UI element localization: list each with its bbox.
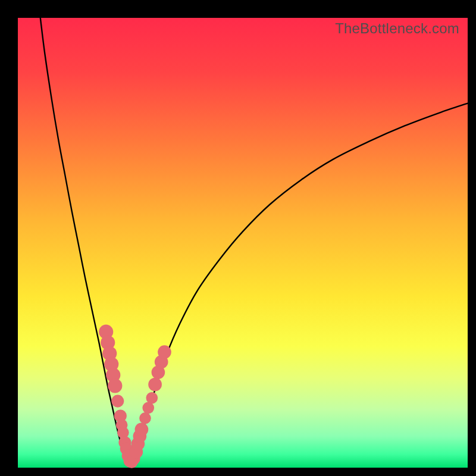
data-marker (111, 395, 124, 408)
data-marker (158, 345, 171, 359)
chart-frame: TheBottleneck.com (0, 0, 476, 476)
data-marker (108, 378, 122, 393)
data-marker (135, 422, 149, 436)
curve-right-branch (135, 104, 468, 459)
data-marker (146, 392, 158, 404)
data-marker (139, 412, 151, 424)
data-marker (148, 378, 162, 392)
plot-area: TheBottleneck.com (18, 18, 468, 468)
chart-svg (18, 18, 468, 468)
